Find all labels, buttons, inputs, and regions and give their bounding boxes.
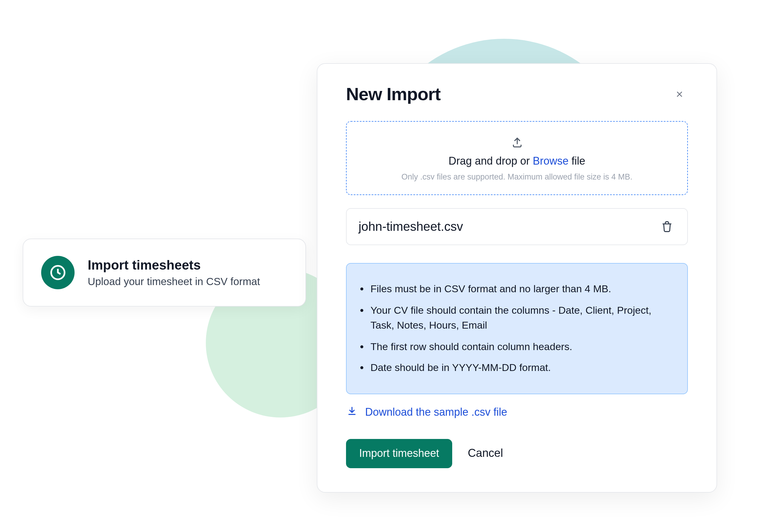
- card-title: Import timesheets: [88, 257, 260, 273]
- dropzone-prefix: Drag and drop or: [449, 155, 533, 167]
- download-label: Download the sample .csv file: [365, 406, 507, 418]
- browse-link[interactable]: Browse: [533, 155, 569, 167]
- info-list: Files must be in CSV format and no large…: [350, 282, 675, 375]
- card-subtitle: Upload your timesheet in CSV format: [88, 275, 260, 288]
- close-button[interactable]: [671, 86, 688, 103]
- dropzone-suffix: file: [569, 155, 585, 167]
- dropzone-hint: Only .csv files are supported. Maximum a…: [359, 172, 675, 181]
- info-item: Your CV file should contain the columns …: [370, 303, 675, 333]
- upload-icon: [359, 136, 675, 149]
- download-sample-link[interactable]: Download the sample .csv file: [346, 405, 688, 420]
- file-dropzone[interactable]: Drag and drop or Browse file Only .csv f…: [346, 121, 688, 195]
- import-timesheets-card[interactable]: Import timesheets Upload your timesheet …: [23, 239, 306, 307]
- clock-icon: [41, 256, 75, 289]
- info-box: Files must be in CSV format and no large…: [346, 263, 688, 394]
- card-text: Import timesheets Upload your timesheet …: [88, 257, 260, 288]
- info-item: Files must be in CSV format and no large…: [370, 282, 675, 297]
- uploaded-file-row: john-timesheet.csv: [346, 208, 688, 245]
- dropzone-text: Drag and drop or Browse file: [359, 155, 675, 168]
- cancel-button[interactable]: Cancel: [468, 447, 503, 460]
- file-name: john-timesheet.csv: [359, 219, 463, 234]
- new-import-modal: New Import Drag and drop or Browse file …: [317, 63, 717, 492]
- info-item: The first row should contain column head…: [370, 339, 675, 354]
- modal-title: New Import: [346, 84, 441, 104]
- delete-file-button[interactable]: [659, 218, 675, 235]
- info-item: Date should be in YYYY-MM-DD format.: [370, 360, 675, 375]
- import-timesheet-button[interactable]: Import timesheet: [346, 439, 452, 468]
- download-icon: [346, 405, 358, 420]
- button-row: Import timesheet Cancel: [346, 439, 688, 468]
